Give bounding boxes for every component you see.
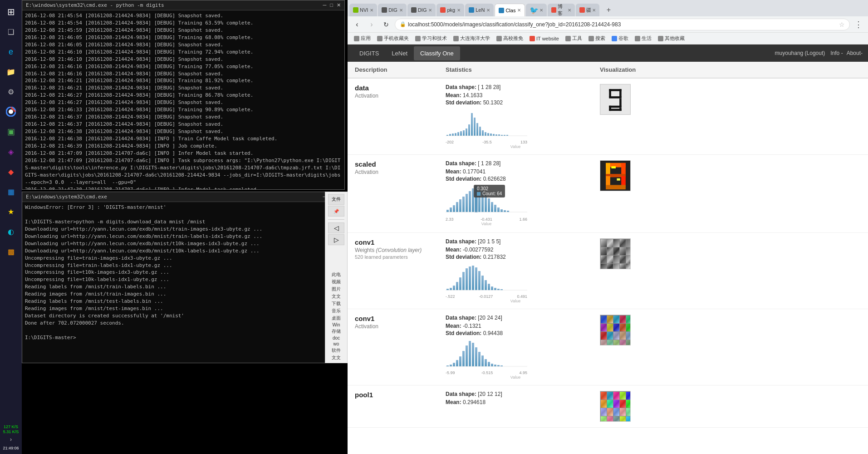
tab-pkg[interactable]: pkg ✕	[436, 4, 464, 16]
tab-len[interactable]: LeN ✕	[465, 4, 494, 16]
cmd-line: 2016-12-08 21:46:10 [20161208-214424-983…	[25, 56, 342, 63]
cmd-title-bar-1[interactable]: E:\windows\system32\cmd.exe - python -m …	[22, 0, 344, 10]
app-icon-4[interactable]: ▦	[2, 183, 20, 201]
cmd-close-1[interactable]: ✕	[337, 2, 341, 8]
tab-bird[interactable]: 🐦 ✕	[526, 4, 547, 16]
tab-nvi-close[interactable]: ✕	[370, 8, 373, 13]
bookmark-dlou[interactable]: 大连海洋大学	[451, 34, 493, 43]
cmd-line: 2016-12-08 21:46:37 [20161208-214424-983…	[25, 121, 342, 128]
hist-scaled-min: 2.33	[446, 217, 454, 222]
task-view-button[interactable]: ❑	[2, 23, 20, 41]
bookmark-tuimian[interactable]: 高校推免	[494, 34, 526, 43]
bookmark-search[interactable]: 搜索	[586, 34, 608, 43]
nav-about[interactable]: About-	[847, 50, 863, 56]
tab-dig-1[interactable]: DIG ✕	[378, 4, 407, 16]
nav-classify-one[interactable]: Classify One	[414, 46, 460, 60]
file-explorer-icon[interactable]: 📁	[2, 63, 20, 81]
bookmark-other[interactable]: 其他收藏	[655, 34, 687, 43]
fe-item-2[interactable]: 视频	[332, 279, 341, 285]
cmd-line: 2016-12-08 21:46:38 [20161208-214424-983…	[25, 128, 342, 135]
tab-dig2-close[interactable]: ✕	[428, 8, 432, 13]
cmd-line: 2016-12-08 21:46:33 [20161208-214424-983…	[25, 106, 342, 114]
fe-item-13[interactable]: 文文	[332, 355, 341, 361]
row-desc-data: data Activation	[348, 78, 438, 155]
edge-icon[interactable]: e	[2, 43, 20, 61]
nav-digits[interactable]: DIGITS	[353, 46, 385, 60]
app-icon-7[interactable]: ▩	[2, 242, 20, 261]
scaled-std: 0.626628	[483, 176, 506, 182]
nav-lenet[interactable]: LeNet	[385, 46, 414, 60]
fe-item-6[interactable]: 音乐	[332, 308, 341, 314]
bookmark-learning[interactable]: 学习和技术	[412, 34, 450, 43]
svg-rect-85	[500, 289, 503, 290]
back-button[interactable]: ‹	[351, 19, 363, 30]
fe-nav-right[interactable]: ▷	[328, 234, 344, 245]
fe-item-7[interactable]: 桌面	[332, 315, 341, 321]
new-tab-button[interactable]: +	[602, 4, 615, 16]
chrome-icon[interactable]	[2, 103, 20, 121]
lock-icon: 🔒	[400, 21, 406, 27]
cmd-minimize-1[interactable]: ─	[323, 2, 327, 8]
bookmark-apps[interactable]: 应用	[351, 34, 373, 43]
fe-item-12[interactable]: 软件	[332, 347, 341, 354]
svg-rect-7	[460, 131, 462, 136]
fe-item-8[interactable]: Win	[332, 322, 340, 327]
bookmark-mobile[interactable]: 手机收藏夹	[374, 34, 412, 43]
settings-icon[interactable]: ⚙	[2, 83, 20, 101]
app-icon-5[interactable]: ★	[2, 202, 20, 221]
cmd-maximize-1[interactable]: □	[330, 2, 333, 8]
content-area: Description Statistics Visualization dat…	[348, 62, 868, 454]
tab-bird-close[interactable]: ✕	[539, 8, 543, 13]
tab-other-close[interactable]: ✕	[592, 8, 596, 13]
fe-item-10[interactable]: doc	[333, 336, 340, 340]
tab-csdn[interactable]: 博客 ✕	[548, 4, 575, 16]
fe-nav-left[interactable]: ◁	[328, 222, 344, 233]
fe-item-1[interactable]: 此电	[332, 271, 341, 278]
tab-clas[interactable]: Clas ✕	[495, 4, 525, 16]
fe-item-4[interactable]: 文文	[332, 293, 341, 300]
bookmark-life[interactable]: 生活	[632, 34, 654, 43]
app-icon-1[interactable]: ▣	[2, 123, 20, 141]
app-icon-6[interactable]: ◐	[2, 222, 20, 241]
cmd-window-1: E:\windows\system32\cmd.exe - python -m …	[22, 0, 345, 190]
digits-nav-bar: DIGITS LeNet Classify One muyouhang (Log…	[348, 44, 868, 62]
reload-button[interactable]: ↻	[380, 19, 392, 30]
row-sub-data: Activation	[355, 93, 431, 99]
pool1-grid-vis	[600, 391, 631, 422]
tab-other[interactable]: 疆 ✕	[576, 4, 599, 16]
svg-rect-87	[446, 365, 449, 366]
tab-nvi[interactable]: NVI ✕	[349, 4, 377, 16]
start-button[interactable]: ⊞	[2, 3, 20, 21]
cmd-title-bar-2[interactable]: E:\windows\system32\cmd.exe ─ □ ✕	[22, 192, 344, 202]
address-bar-row: ‹ › ↻ 🔒 localhost:5000/models/images/cla…	[348, 16, 868, 33]
cmd-line: 2016-12-08 21:46:27 [20161208-214424-983…	[25, 99, 342, 106]
bookmark-tools[interactable]: 工具	[563, 34, 585, 43]
app-icon-3[interactable]: ◆	[2, 163, 20, 181]
expand-button[interactable]: ›	[2, 435, 20, 444]
tab-pkg-close[interactable]: ✕	[457, 8, 461, 13]
nav-user[interactable]: muyouhang (Logout)	[775, 50, 825, 56]
fe-item-5[interactable]: 下载	[332, 301, 341, 307]
nav-info[interactable]: Info -	[830, 50, 843, 56]
tab-dig1-close[interactable]: ✕	[399, 8, 403, 13]
tab-dig-2[interactable]: DIG ✕	[407, 4, 436, 16]
fe-item-3[interactable]: 图片	[332, 286, 341, 292]
settings-menu-button[interactable]: ⋮	[853, 19, 864, 30]
bookmark-google[interactable]: 谷歌	[609, 34, 631, 43]
star-icon[interactable]: ☆	[839, 21, 845, 28]
bookmark-it-website[interactable]: IT website	[527, 35, 562, 42]
svg-rect-54	[504, 210, 506, 212]
app-icon-2[interactable]: ◈	[2, 143, 20, 161]
fe-btn-1[interactable]: 文件	[328, 194, 344, 205]
network-down-speed: 5.31 K/S	[3, 429, 19, 435]
tab-clas-close[interactable]: ✕	[517, 8, 521, 13]
fe-item-11[interactable]: wo	[333, 341, 339, 346]
hist-conv1a-max: 4.95	[519, 370, 527, 375]
address-bar[interactable]: 🔒 localhost:5000/models/images/classific…	[395, 19, 850, 30]
cmd-line: 2016-12-08 21:46:05 [20161208-214424-983…	[25, 34, 342, 41]
tab-len-close[interactable]: ✕	[486, 8, 490, 13]
tab-csdn-close[interactable]: ✕	[568, 8, 571, 13]
forward-button[interactable]: ›	[366, 19, 378, 30]
fe-item-9[interactable]: 存储	[332, 328, 341, 335]
fe-pin-icon[interactable]: 📌	[328, 206, 344, 217]
